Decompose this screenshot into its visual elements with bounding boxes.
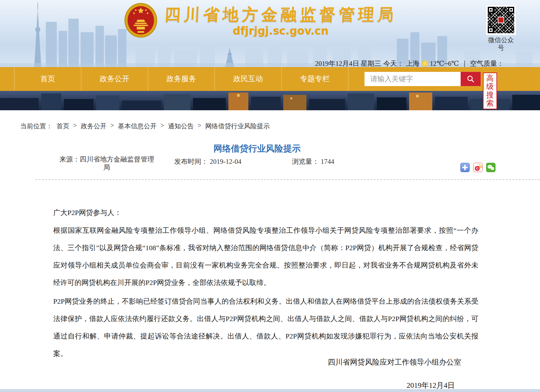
article-signature: 四川省网贷风险应对工作领导小组办公室 [328,357,461,367]
nav-item-gov-affairs[interactable]: 政务公开 [81,67,148,91]
breadcrumb-item-gov-affairs[interactable]: 政务公开 [81,122,106,131]
source-value: 四川省地方金融监督管理局 [80,155,154,171]
article-source: 来源：四川省地方金融监督管理局 [56,155,157,172]
share-plus-icon[interactable] [460,163,470,172]
site-title: 四川省地方金融监督管理局 [162,4,399,25]
wechat-icon[interactable] [486,163,495,172]
breadcrumb-item-notices[interactable]: 通知公告 [168,122,194,131]
search-icon [466,75,475,83]
nav-item-gov-services[interactable]: 政务服务 [148,67,215,91]
header-banner: 四川省地方金融监督管理局 dfjrjgj.sc.gov.cn 微信公众号 201… [0,0,540,67]
temperature: 12℃~6℃ [430,60,459,68]
breadcrumb-separator: > [110,122,114,131]
source-label: 来源： [59,155,80,163]
info-divider: ｜ [461,59,468,68]
search-button[interactable] [461,72,481,86]
current-date: 2019年12月4日 星期三 [315,59,381,68]
publish-label: 发布时间： [174,158,208,165]
site-url: dfjrjgj.sc.gov.cn [163,24,398,37]
views-value: 1744 [321,158,334,165]
night-city-strip [0,91,540,110]
article-salutation: 广大P2P网贷参与人： [53,208,121,218]
footer-strip [0,389,540,392]
views-label: 浏览量： [292,158,319,165]
advanced-search-button[interactable]: 高级搜索 [483,73,497,109]
breadcrumb-item-current: 网络借贷行业风险提示 [205,122,270,131]
page-title: 网络借贷行业风险提示 [20,143,494,154]
site-search [365,72,481,86]
breadcrumb-label: 当前位置： [20,122,53,131]
share-bar [460,163,495,172]
sun-icon [422,61,428,66]
advanced-search-label: 高级搜索 [486,74,494,108]
date-weather-bar: 2019年12月4日 星期三 今天： 上海 12℃~6℃ ｜ 空气质量： [315,59,504,68]
search-input[interactable] [365,72,461,86]
wechat-qr-code [486,5,516,35]
page: 四川省地方金融监督管理局 dfjrjgj.sc.gov.cn 微信公众号 201… [0,0,540,392]
today-label: 今天： [384,59,404,68]
article-view-count: 浏览量： 1744 [292,157,334,166]
national-emblem-icon [124,3,158,38]
breadcrumb-item-basic-info[interactable]: 基本信息公开 [118,122,157,131]
breadcrumb: 当前位置： 首页 > 政务公开 > 基本信息公开 > 通知公告 > 网络借贷行业… [20,122,270,131]
article-publish-time: 发布时间： 2019-12-04 [174,157,241,166]
publish-date: 2019-12-04 [210,158,241,165]
nav-item-home[interactable]: 首页 [14,67,81,91]
breadcrumb-separator: > [161,122,164,131]
qr-label: 微信公众号 [486,36,515,52]
article-paragraph-1: 根据国家互联网金融风险专项整治工作领导小组、网络借贷风险专项整治工作领导小组关于… [53,222,478,291]
breadcrumb-item-home[interactable]: 首页 [56,122,69,131]
meta-divider [35,179,540,180]
nav-item-special-topics[interactable]: 专题专栏 [281,67,348,91]
weather-city[interactable]: 上海 [406,59,420,68]
breadcrumb-separator: > [198,122,201,131]
qr-center-seal [498,17,504,23]
main-navigation: 首页 政务公开 政务服务 政民互动 专题专栏 [0,67,540,91]
article-paragraph-2: P2P网贷业务的终止，不影响已经签订借贷合同当事人的合法权利和义务。出借人和借款… [53,293,478,362]
night-skyline-illustration [0,91,540,110]
nav-divider [348,67,348,91]
air-quality-label: 空气质量： [470,59,504,68]
breadcrumb-separator: > [73,122,77,131]
nav-item-interaction[interactable]: 政民互动 [215,67,281,91]
weibo-icon[interactable] [473,163,483,172]
